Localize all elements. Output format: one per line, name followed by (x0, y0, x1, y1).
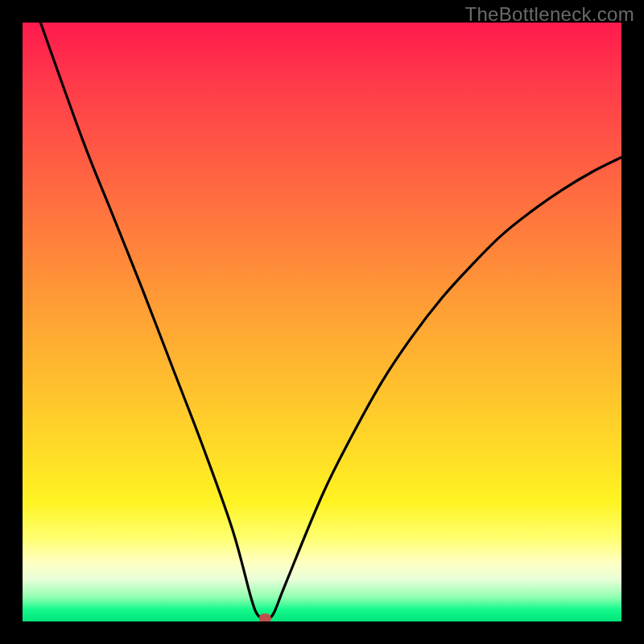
bottleneck-curve (40, 23, 621, 619)
plot-svg (23, 23, 621, 621)
watermark-text: TheBottleneck.com (464, 3, 634, 26)
chart-frame: TheBottleneck.com (0, 0, 644, 644)
plot-area (23, 23, 621, 621)
optimum-marker (259, 614, 270, 621)
